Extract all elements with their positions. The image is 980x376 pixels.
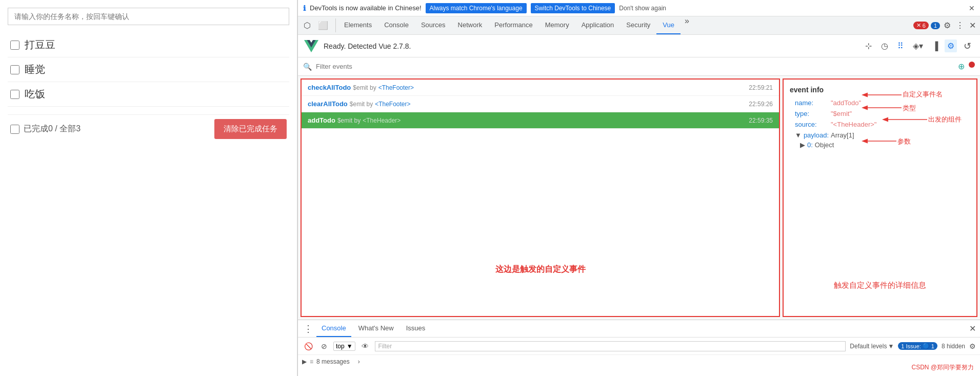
task-checkbox-1[interactable] [10,41,19,50]
event-row-add[interactable]: addTodo $emit by <TheHeader> 22:59:35 [302,112,779,129]
cursor-icon[interactable]: ⬡ [301,18,314,32]
tab-more-icon[interactable]: » [681,16,693,34]
console-message-text: 8 messages [316,358,350,365]
tab-performance[interactable]: Performance [488,16,538,34]
infobar-close-icon[interactable]: ✕ [969,4,975,12]
devtools-settings-icon[interactable]: ⚙ [942,19,952,32]
filter-share-icon[interactable]: ⊕ [958,62,965,71]
vue-settings-icon[interactable]: ⚙ [945,39,957,52]
console-default-levels[interactable]: Default levels ▼ [850,343,894,350]
devtools-content: Ready. Detected Vue 2.7.8. ⊹ ◷ ⠿ ◈▾ ▐ ⚙ … [298,35,980,376]
record-dot-button[interactable] [969,62,975,68]
todo-app-panel: 打豆豆 睡觉 吃饭 已完成0 / 全部3 清除已完成任务 [0,0,297,376]
tab-vue[interactable]: Vue [656,16,681,34]
always-match-button[interactable]: Always match Chrome's language [426,3,527,13]
ei-name-key: name: [795,99,831,107]
filter-bar: 🔍 ⊕ [298,57,980,76]
console-context-selector: top ▼ [333,342,355,351]
task-label-2: 睡觉 [25,63,45,76]
todo-footer: 已完成0 / 全部3 清除已完成任务 [8,114,289,143]
console-eye-icon[interactable]: 👁 [359,341,371,351]
devtools-panel: ℹ DevTools is now available in Chinese! … [297,0,980,376]
event-name-check: checkAllTodo [308,84,351,91]
vue-location-icon[interactable]: ◈▾ [910,39,926,52]
switch-language-button[interactable]: Switch DevTools to Chinese [531,3,615,13]
event-info-payload-section: ▼ payload: Array[1] ▶ 0: Object [790,131,970,149]
payload-chevron-icon[interactable]: ▼ [795,131,802,139]
event-info-panel: event info name: "addTodo" type: "$emit"… [783,78,977,317]
console-menu-icon[interactable]: ⋮ [302,322,314,336]
event-info-title: event info [790,86,970,94]
annotation-detail: 触发自定义事件的详细信息 [834,281,926,290]
tab-security[interactable]: Security [620,16,656,34]
tab-application[interactable]: Application [575,16,621,34]
error-badge: ✕ 6 [913,22,929,29]
vue-ready-text: Ready. Detected Vue 2.7.8. [324,42,411,50]
devtools-more-icon[interactable]: ⋮ [954,19,966,32]
devtools-tab-list: Elements Console Sources Network Perform… [338,16,693,34]
ei-name-value: "addTodo" [831,99,861,107]
devtools-infobar: ℹ DevTools is now available in Chinese! … [298,0,980,16]
event-source-add: <TheHeader> [363,117,401,124]
event-info-type-row: type: "$emit" [790,110,970,117]
event-row-check[interactable]: checkAllTodo $emit by <TheFooter> 22:59:… [302,80,779,96]
console-tab-issues[interactable]: Issues [401,320,431,337]
hidden-count-label: 8 hidden [942,343,965,350]
vue-chart-icon[interactable]: ▐ [930,40,941,52]
event-time-check: 22:59:21 [749,84,773,91]
payload-child-chevron[interactable]: ▶ [800,141,805,149]
tab-memory[interactable]: Memory [539,16,575,34]
tab-elements[interactable]: Elements [338,16,378,34]
vue-history-icon[interactable]: ◷ [878,39,891,52]
console-settings-icon[interactable]: ⚙ [969,342,976,350]
toolbar-icon-group: ⬡ ⬜ [301,18,336,32]
vue-events-icon[interactable]: ⠿ [895,39,906,52]
devtools-close-icon[interactable]: ✕ [968,19,977,32]
payload-header: ▼ payload: Array[1] [790,131,970,139]
filter-actions: ⊕ [958,62,975,71]
toolbar-right-icons: ✕ 6 1 ⚙ ⋮ ✕ [913,19,977,32]
list-item: 吃饭 [8,82,289,107]
console-tab-console[interactable]: Console [316,320,351,337]
task-checkbox-3[interactable] [10,90,19,99]
console-filter-input[interactable] [375,341,846,351]
vue-toolbar-right: ⊹ ◷ ⠿ ◈▾ ▐ ⚙ ↺ [863,39,974,53]
console-arrow-icon[interactable]: › [358,358,360,365]
vue-inspector-icon[interactable]: ⊹ [863,39,874,52]
tab-network[interactable]: Network [452,16,489,34]
event-row-clear[interactable]: clearAllTodo $emit by <TheFooter> 22:59:… [302,96,779,112]
ei-type-value: "$emit" [831,110,852,117]
console-expand-icon[interactable]: ▶ [302,358,307,365]
issue-badge-count: 🔵 [923,343,930,349]
event-emit-add: $emit by [337,117,361,124]
warn-badge: 1 [931,22,940,29]
tab-sources[interactable]: Sources [415,16,452,34]
console-top-label: top [336,343,345,350]
device-icon[interactable]: ⬜ [315,18,331,32]
vue-header: Ready. Detected Vue 2.7.8. ⊹ ◷ ⠿ ◈▾ ▐ ⚙ … [298,35,980,57]
filter-search-icon: 🔍 [303,63,312,71]
vue-refresh-icon[interactable]: ↺ [961,39,974,53]
console-list-icon: ≡ [310,358,313,365]
issue-count-label: 1 Issue: [901,343,921,349]
console-block-icon[interactable]: ⊘ [319,341,329,351]
console-dropdown-icon[interactable]: ▼ [347,343,353,350]
console-clear-icon[interactable]: 🚫 [302,341,315,351]
event-source-clear: <TheFooter> [375,101,410,108]
issue-badge-num: 1 [931,343,934,349]
clear-completed-button[interactable]: 清除已完成任务 [214,119,287,139]
dont-show-link[interactable]: Don't show again [619,5,666,12]
console-close-icon[interactable]: ✕ [969,324,976,333]
filter-input[interactable] [316,63,954,70]
annotation-left-events: 这边是触发的自定义事件 [495,264,586,275]
event-info-source-row: source: "<TheHeader>" [790,121,970,128]
tab-console[interactable]: Console [378,16,415,34]
console-panel: ⋮ Console What's New Issues ✕ 🚫 ⊘ top ▼ … [298,320,980,376]
task-label-3: 吃饭 [25,87,45,101]
console-tab-whatsnew[interactable]: What's New [353,320,399,337]
task-input[interactable] [8,8,289,25]
task-checkbox-2[interactable] [10,65,19,74]
check-all-checkbox[interactable] [10,125,19,134]
ei-source-key: source: [795,121,831,128]
event-time-add: 22:59:35 [749,117,773,124]
